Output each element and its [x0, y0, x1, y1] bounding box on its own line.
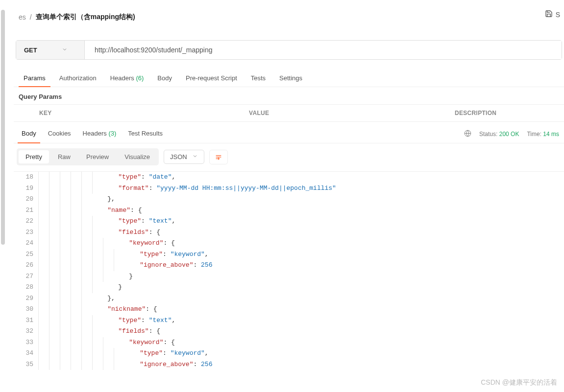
line-number: 24: [14, 238, 38, 249]
line-number: 23: [14, 227, 38, 238]
url-bar: GET: [16, 40, 562, 60]
method-label: GET: [24, 46, 37, 54]
view-preview[interactable]: Preview: [79, 150, 116, 163]
line-number: 25: [14, 249, 38, 260]
method-select[interactable]: GET: [16, 41, 85, 59]
code-line: 29 },: [14, 293, 564, 304]
code-content: "type": "text",: [103, 216, 175, 227]
breadcrumb-request-name[interactable]: 查询单个索引（含mapping结构): [36, 13, 135, 22]
code-line: 19 "format": "yyyy-MM-dd HH:mm:ss||yyyy-…: [14, 183, 564, 194]
fold-guides: [38, 337, 114, 348]
code-content: "keyword": {: [114, 337, 175, 348]
tab-params[interactable]: Params: [17, 71, 52, 87]
line-number: 26: [14, 260, 38, 271]
fold-guides: [38, 172, 103, 183]
line-number: 32: [14, 326, 38, 337]
resp-headers-count: (3): [108, 130, 116, 137]
breadcrumb-folder[interactable]: es: [19, 13, 26, 21]
fold-guides: [38, 260, 124, 271]
line-number: 22: [14, 216, 38, 227]
fold-guides: [38, 282, 103, 293]
code-content: "fields": {: [103, 326, 160, 337]
wrap-lines-button[interactable]: [209, 150, 228, 164]
fold-guides: [38, 205, 92, 216]
line-number: 27: [14, 271, 38, 282]
code-line: 35 "ignore_above": 256: [14, 359, 564, 370]
fold-guides: [38, 359, 124, 370]
chevron-down-icon: [62, 46, 68, 54]
response-tabs: Body Cookies Headers (3) Test Results St…: [14, 125, 564, 143]
status-meta: Status: 200 OK: [479, 131, 519, 138]
view-pretty[interactable]: Pretty: [19, 150, 49, 163]
format-select[interactable]: JSON: [164, 150, 204, 164]
time-label: Time:: [527, 131, 541, 138]
fold-guides: [38, 315, 103, 326]
code-content: "fields": {: [103, 227, 160, 238]
fold-guides: [38, 227, 103, 238]
line-number: 19: [14, 183, 38, 194]
fold-guides: [38, 293, 92, 304]
code-content: },: [92, 194, 115, 205]
code-content: "format": "yyyy-MM-dd HH:mm:ss||yyyy-MM-…: [103, 183, 336, 194]
code-content: },: [92, 293, 115, 304]
code-content: "type": "date",: [103, 172, 175, 183]
view-raw[interactable]: Raw: [51, 150, 77, 163]
code-line: 34 "type": "keyword",: [14, 348, 564, 359]
response-body-code[interactable]: 18 "type": "date",19 "format": "yyyy-MM-…: [14, 171, 564, 370]
tab-settings[interactable]: Settings: [272, 71, 309, 87]
line-number: 21: [14, 205, 38, 216]
view-visualize[interactable]: Visualize: [118, 150, 157, 163]
line-number: 29: [14, 293, 38, 304]
code-line: 31 "type": "text",: [14, 315, 564, 326]
save-icon[interactable]: [545, 10, 553, 19]
breadcrumb: es / 查询单个索引（含mapping结构): [19, 13, 564, 22]
code-content: }: [114, 271, 133, 282]
line-number: 34: [14, 348, 38, 359]
code-content: "ignore_above": 256: [124, 260, 212, 271]
code-line: 24 "keyword": {: [14, 238, 564, 249]
line-number: 28: [14, 282, 38, 293]
globe-icon[interactable]: [464, 130, 471, 138]
code-content: "type": "keyword",: [124, 348, 209, 359]
code-content: "ignore_above": 256: [124, 359, 212, 370]
chevron-down-icon: [192, 153, 198, 161]
fold-guides: [38, 304, 92, 315]
resp-tab-body[interactable]: Body: [16, 125, 42, 143]
line-number: 33: [14, 337, 38, 348]
code-line: 21 "name": {: [14, 205, 564, 216]
format-label: JSON: [170, 153, 187, 161]
save-button[interactable]: S: [556, 11, 560, 19]
resp-tab-headers-label: Headers: [83, 130, 107, 137]
code-line: 20 },: [14, 194, 564, 205]
code-line: 33 "keyword": {: [14, 337, 564, 348]
code-content: "keyword": {: [114, 238, 175, 249]
fold-guides: [38, 194, 92, 205]
code-line: 26 "ignore_above": 256: [14, 260, 564, 271]
tab-headers-label: Headers: [110, 74, 134, 82]
code-line: 18 "type": "date",: [14, 172, 564, 183]
code-content: "type": "keyword",: [124, 249, 209, 260]
fold-guides: [38, 183, 103, 194]
resp-tab-cookies[interactable]: Cookies: [42, 125, 77, 143]
params-table-header: KEY VALUE DESCRIPTION: [14, 104, 564, 122]
code-line: 28 }: [14, 282, 564, 293]
line-number: 30: [14, 304, 38, 315]
view-tabs: Pretty Raw Preview Visualize: [17, 148, 159, 165]
view-row: Pretty Raw Preview Visualize JSON: [14, 148, 564, 165]
tab-tests[interactable]: Tests: [244, 71, 272, 87]
code-line: 22 "type": "text",: [14, 216, 564, 227]
resp-tab-headers[interactable]: Headers (3): [77, 125, 123, 143]
headers-count: (6): [136, 74, 144, 82]
fold-guides: [38, 249, 124, 260]
tab-headers[interactable]: Headers (6): [103, 71, 151, 87]
line-number: 20: [14, 194, 38, 205]
fold-guides: [38, 271, 114, 282]
tab-authorization[interactable]: Authorization: [52, 71, 103, 87]
code-line: 27 }: [14, 271, 564, 282]
resp-tab-testresults[interactable]: Test Results: [122, 125, 169, 143]
tab-body[interactable]: Body: [150, 71, 179, 87]
tab-prerequest[interactable]: Pre-request Script: [179, 71, 244, 87]
scrollbar[interactable]: [1, 10, 5, 245]
url-input[interactable]: [85, 41, 562, 59]
code-line: 23 "fields": {: [14, 227, 564, 238]
